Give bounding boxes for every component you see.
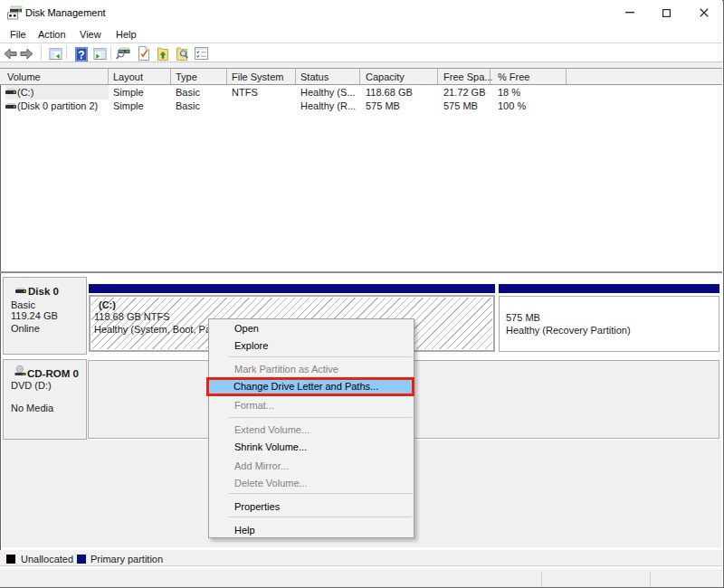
svg-text:?: ? xyxy=(78,49,84,62)
